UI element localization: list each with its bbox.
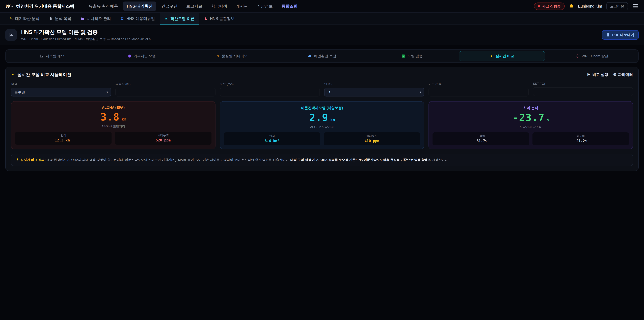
stability-label: 안정도 (324, 82, 424, 86)
section-label: 해양환경 보정 (314, 54, 336, 58)
section-realtime-comparison[interactable]: 실시간 비교 (459, 51, 546, 61)
check-icon (402, 54, 405, 58)
simulation-card-header: 실시간 모델 비교 시뮬레이션 ▶ 비교 실행 ⚙ 파라미터 (11, 72, 633, 77)
air-temp-input[interactable] (428, 88, 528, 97)
section-label: 물질별 시나리오 (222, 54, 248, 58)
result-caption: 도달거리 감소율 (432, 125, 629, 129)
field-substance: 물질 톨루엔 ▾ (11, 82, 111, 97)
pdf-export-label: PDF 내보내기 (612, 33, 634, 37)
pdf-export-button[interactable]: PDF 내보내기 (602, 30, 639, 40)
comparison-note: 실시간 비교 결과: 해양 환경에서 ALOHA의 과대 예측 경향이 확인됩니… (11, 154, 633, 166)
substance-label: 물질 (11, 82, 111, 86)
pencil-icon: ✎ (216, 54, 220, 58)
logout-button[interactable]: 로그아웃 (606, 2, 628, 10)
gear-icon: ⚙ (613, 72, 616, 77)
section-system-overview[interactable]: 시스템 개요 (9, 51, 96, 61)
nav-item-reports[interactable]: 보고자료 (182, 2, 206, 11)
field-sst: SST (°C) (533, 82, 633, 97)
nav-item-integrated-search[interactable]: 통합조회 (278, 2, 301, 11)
status-dot-icon (538, 5, 540, 7)
stat-area: 면적 12.3 km² (15, 132, 112, 145)
tab-label: HNS 물질정보 (210, 16, 234, 21)
parameters-label: 파라미터 (618, 72, 633, 77)
tab-scenario-management[interactable]: 시나리오 관리 (76, 13, 115, 25)
tab-hns-manual[interactable]: HNS 대응매뉴얼 (116, 13, 159, 25)
section-marine-correction[interactable]: 해양환경 보정 (279, 51, 366, 61)
tab-dispersion-analysis[interactable]: ✎ 대기확산 분석 (5, 13, 44, 25)
bolt-icon (16, 158, 19, 161)
tab-label: HNS 대응매뉴얼 (126, 16, 155, 21)
menu-icon[interactable] (632, 3, 639, 10)
brand-title: 해양환경 위기대응 통합시스템 (16, 3, 74, 9)
run-comparison-button[interactable]: ▶ 비교 실행 (587, 72, 608, 77)
sst-input[interactable] (533, 87, 633, 96)
rocket-icon (576, 54, 579, 58)
section-model-validation[interactable]: 모델 검증 (368, 51, 455, 61)
pdf-file-icon (606, 33, 610, 37)
results-row: ALOHA (EPA) 3.8km AEGL-2 도달거리 면적 12.3 km… (11, 101, 633, 149)
result-caption: AEGL-2 도달거리 (224, 125, 420, 129)
field-wind-speed: 풍속 (m/s) (220, 82, 320, 97)
chart-icon (164, 17, 168, 21)
section-gaussian-model[interactable]: 가우시안 모델 (99, 51, 186, 61)
app-root: W 해양환경 위기대응 통합시스템 유출유 확산예측 HNS·대기확산 긴급구난… (0, 0, 644, 320)
result-stats: 면적 8.4 km² 최대농도 410 ppm (224, 132, 420, 145)
simulation-title-row: 실시간 모델 비교 시뮬레이션 (11, 72, 71, 77)
purple-dot-icon (128, 55, 131, 58)
topbar: W 해양환경 위기대응 통합시스템 유출유 확산예측 HNS·대기확산 긴급구난… (0, 0, 644, 13)
chevron-down-icon: ▾ (420, 90, 421, 94)
tab-label: 대기확산 분석 (15, 16, 39, 21)
page-header: HNS 대기확산 모델 이론 및 검증 WRF-Chem · Gaussian … (0, 25, 644, 45)
result-card-difference: 차이 분석 -23.7% 도달거리 감소율 면적차 -31.7% 농도차 -21… (428, 101, 633, 149)
section-label: 모델 검증 (408, 54, 422, 58)
field-spill-amount: 유출량 (kL) (116, 82, 215, 97)
stability-select[interactable]: D ▾ (324, 88, 424, 97)
tab-dispersion-model-theory[interactable]: 확산모델 이론 (160, 13, 199, 25)
section-wrf-chem[interactable]: WRF-Chem 발전 (548, 51, 635, 61)
result-value: 3.8km (15, 112, 212, 122)
bell-icon[interactable] (569, 4, 574, 9)
section-nav: 시스템 개요 가우시안 모델 ✎ 물질별 시나리오 해양환경 보정 모델 검증 … (5, 49, 639, 63)
field-air-temp: 기온 (°C) (428, 82, 528, 97)
wind-speed-label: 풍속 (m/s) (220, 82, 320, 86)
book-icon (120, 17, 124, 21)
flask-icon (204, 17, 208, 21)
parameters-button[interactable]: ⚙ 파라미터 (613, 72, 633, 77)
result-caption: AEGL-2 도달거리 (15, 124, 212, 128)
stat-area: 면적 8.4 km² (224, 132, 320, 145)
cloud-icon (308, 54, 312, 58)
simulation-actions: ▶ 비교 실행 ⚙ 파라미터 (587, 72, 633, 77)
run-comparison-label: 비교 실행 (592, 72, 608, 77)
section-label: WRF-Chem 발전 (582, 54, 608, 58)
wind-speed-input[interactable] (220, 88, 320, 97)
nav-item-oil-spill[interactable]: 유출유 확산예측 (85, 2, 122, 11)
nav-item-weather-info[interactable]: 기상정보 (253, 2, 276, 11)
section-label: 시스템 개요 (46, 54, 64, 58)
tab-hns-substance-info[interactable]: HNS 물질정보 (200, 13, 239, 25)
stat-concentration-difference: 농도차 -21.2% (532, 132, 629, 145)
sst-label: SST (°C) (533, 82, 633, 86)
section-substance-scenarios[interactable]: ✎ 물질별 시나리오 (189, 51, 276, 61)
brand[interactable]: W 해양환경 위기대응 통합시스템 (5, 3, 74, 9)
page-subtitle: WRF-Chem · Gaussian Plume/Puff · ROMS · … (21, 37, 152, 41)
substance-select[interactable]: 톨루엔 ▾ (11, 88, 111, 97)
parameter-form: 물질 톨루엔 ▾ 유출량 (kL) 풍속 (m/s) 안정도 D ▾ (11, 82, 633, 97)
spill-amount-input[interactable] (116, 88, 215, 97)
nav-item-emergency-rescue[interactable]: 긴급구난 (158, 2, 181, 11)
page-title: HNS 대기확산 모델 이론 및 검증 (21, 29, 152, 36)
simulation-card: 실시간 모델 비교 시뮬레이션 ▶ 비교 실행 ⚙ 파라미터 물질 톨루엔 ▾ (5, 67, 639, 171)
incident-status-label: 사고 진행중 (542, 4, 561, 9)
page-chart-icon (5, 29, 17, 41)
nav-item-hns-dispersion[interactable]: HNS·대기확산 (123, 2, 156, 11)
tab-analysis-list[interactable]: 분석 목록 (44, 13, 76, 25)
nav-item-aerial-search[interactable]: 항공탐색 (207, 2, 231, 11)
result-stats: 면적 12.3 km² 최대농도 520 ppm (15, 132, 212, 145)
note-emphasis: 대피 구역 설정 시 ALOHA 결과를 보수적 기준으로, 이문진박사모델을 … (290, 158, 428, 162)
simulation-title: 실시간 모델 비교 시뮬레이션 (18, 72, 71, 77)
nav-item-board[interactable]: 게시판 (232, 2, 252, 11)
result-card-lee-model: 이문진박사모델 (해양보정) 2.9km AEGL-2 도달거리 면적 8.4 … (220, 101, 424, 149)
result-title: 차이 분석 (432, 106, 629, 110)
play-icon: ▶ (587, 72, 590, 77)
tab-label: 확산모델 이론 (170, 16, 194, 21)
tab-label: 분석 목록 (55, 16, 71, 21)
